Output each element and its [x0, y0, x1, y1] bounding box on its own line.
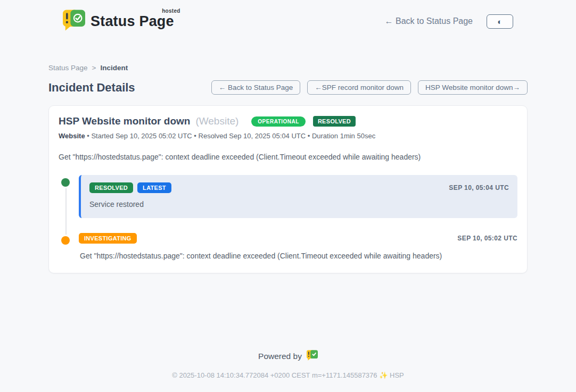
brand-name: Status Page hosted [90, 13, 176, 30]
powered-by-label: Powered by [258, 352, 302, 361]
next-incident-button[interactable]: HSP Website monitor down→ [418, 80, 528, 95]
header-back-link[interactable]: ← Back to Status Page [385, 16, 473, 26]
breadcrumb-incident: Incident [100, 64, 128, 72]
incident-nav-buttons: ← Back to Status Page ←SPF record monito… [211, 80, 528, 95]
meta-component: Website [59, 132, 85, 140]
timeline-entry-resolved: RESOLVED LATEST SEP 10, 05:04 UTC Servic… [59, 175, 517, 218]
investigating-badge: INVESTIGATING [79, 233, 137, 244]
page-title: Incident Details [48, 81, 135, 95]
incident-card: HSP Website monitor down (Website) OPERA… [48, 105, 528, 273]
resolved-status-badge: RESOLVED [313, 116, 356, 127]
timeline-message: Get "https://hostedstatus.page": context… [79, 252, 517, 260]
half-circle-theme-icon: ◐ [497, 18, 502, 26]
statuspage-logo-icon-small [307, 350, 318, 363]
incident-title: HSP Website monitor down [59, 115, 190, 127]
sparkles-icon: ✨ [379, 371, 388, 379]
incident-timeline: RESOLVED LATEST SEP 10, 05:04 UTC Servic… [59, 175, 517, 260]
timeline-entry-investigating: INVESTIGATING SEP 10, 05:02 UTC Get "htt… [59, 233, 517, 260]
incident-description: Get "https://hostedstatus.page": context… [59, 153, 517, 161]
incident-component: (Website) [195, 115, 238, 127]
header: Status Page hosted ← Back to Status Page… [0, 0, 576, 43]
latest-badge: LATEST [137, 182, 171, 193]
brand-tag: hosted [162, 8, 180, 14]
timeline-timestamp: SEP 10, 05:04 UTC [449, 184, 509, 191]
timeline-entry-content: INVESTIGATING SEP 10, 05:02 UTC Get "htt… [79, 233, 517, 260]
timeline-timestamp: SEP 10, 05:02 UTC [457, 235, 517, 242]
timeline-entry-content: RESOLVED LATEST SEP 10, 05:04 UTC Servic… [79, 175, 517, 218]
breadcrumb-separator: > [92, 64, 96, 72]
resolved-badge: RESOLVED [89, 182, 133, 193]
prev-incident-button[interactable]: ←SPF record monitor down [307, 80, 411, 95]
powered-by-link[interactable]: Powered by [258, 350, 318, 363]
theme-toggle-button[interactable]: ◐ [487, 14, 513, 29]
back-to-status-page-button[interactable]: ← Back to Status Page [211, 80, 301, 95]
timeline-message: Service restored [89, 200, 509, 208]
meta-timings: • Started Sep 10, 2025 05:02 UTC • Resol… [87, 132, 375, 140]
footer: Powered by © 2025-10-08 14:10:34.772084 … [0, 350, 576, 392]
brand-logo-link[interactable]: Status Page hosted [63, 10, 176, 33]
orange-dot-icon [61, 236, 70, 245]
main-content: Status Page > Incident Incident Details … [48, 43, 528, 350]
copyright-text: © 2025-10-08 14:10:34.772084 +0200 CEST … [172, 371, 377, 379]
statuspage-logo-icon [63, 10, 85, 33]
green-dot-icon [61, 178, 70, 187]
incident-meta: Website • Started Sep 10, 2025 05:02 UTC… [59, 132, 517, 140]
copyright-suffix: HSP [390, 371, 404, 379]
breadcrumb: Status Page > Incident [48, 64, 528, 72]
breadcrumb-status-page[interactable]: Status Page [48, 64, 88, 72]
copyright-line: © 2025-10-08 14:10:34.772084 +0200 CEST … [0, 371, 576, 379]
operational-badge: OPERATIONAL [251, 116, 306, 127]
